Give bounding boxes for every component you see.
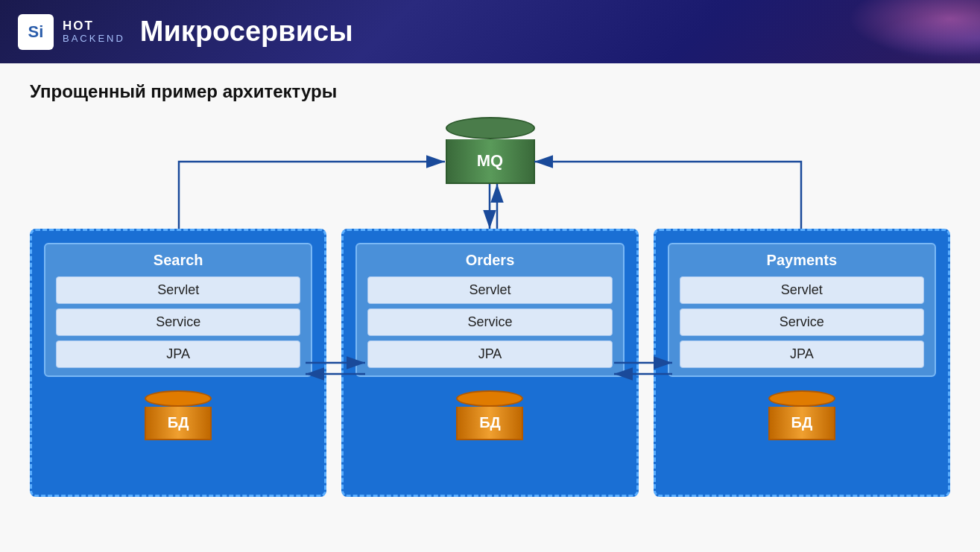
header-decoration xyxy=(831,0,980,63)
payments-db-body: БД xyxy=(768,407,835,440)
payments-db-label: БД xyxy=(791,414,813,431)
service-search-outer: Search Servlet Service JPA БД xyxy=(30,229,326,497)
search-jpa: JPA xyxy=(56,340,300,368)
service-orders-inner: Orders Servlet Service JPA xyxy=(355,243,624,377)
search-db-label: БД xyxy=(168,414,189,431)
section-title: Упрощенный пример архитектуры xyxy=(30,81,950,102)
services-row: Search Servlet Service JPA БД Orders Ser… xyxy=(30,229,950,497)
search-servlet: Servlet xyxy=(56,276,300,304)
payments-db-top xyxy=(768,390,835,407)
service-payments-inner: Payments Servlet Service JPA xyxy=(668,243,936,377)
service-orders-outer: Orders Servlet Service JPA БД xyxy=(341,229,638,497)
orders-db: БД xyxy=(456,390,523,440)
logo-box: Si xyxy=(18,14,54,50)
page-title: Микросервисы xyxy=(140,16,353,48)
service-search-name: Search xyxy=(154,252,203,269)
search-db-body: БД xyxy=(145,407,212,440)
payments-service: Service xyxy=(680,308,924,336)
logo-text: HOT BACKEND xyxy=(63,19,125,44)
mq-container: МQ xyxy=(446,117,535,184)
mq-cylinder-body: МQ xyxy=(446,139,535,184)
orders-db-body: БД xyxy=(456,407,523,440)
header: Si HOT BACKEND Микросервисы xyxy=(0,0,980,63)
payments-jpa: JPA xyxy=(680,340,924,368)
orders-jpa: JPA xyxy=(367,340,612,368)
payments-servlet: Servlet xyxy=(680,276,924,304)
logo-hot: HOT xyxy=(63,19,125,34)
orders-service: Service xyxy=(367,308,612,336)
search-service: Service xyxy=(56,308,300,336)
mq-cylinder: МQ xyxy=(446,117,535,184)
orders-db-top xyxy=(456,390,523,407)
payments-db: БД xyxy=(768,390,835,440)
mq-cylinder-top xyxy=(446,117,535,139)
search-db-top xyxy=(145,390,212,407)
mq-label: МQ xyxy=(477,151,503,171)
service-search-inner: Search Servlet Service JPA xyxy=(44,243,312,377)
service-payments-name: Payments xyxy=(767,252,838,269)
diagram: МQ Search Servlet Service JPA БД xyxy=(30,117,950,534)
orders-servlet: Servlet xyxy=(367,276,612,304)
main-content: Упрощенный пример архитектуры МQ Search … xyxy=(0,63,980,552)
search-db: БД xyxy=(145,390,212,440)
logo: Si HOT BACKEND xyxy=(18,14,125,50)
service-orders-name: Orders xyxy=(466,252,515,269)
service-payments-outer: Payments Servlet Service JPA БД xyxy=(654,229,950,497)
logo-letter: Si xyxy=(28,22,44,42)
logo-backend: BACKEND xyxy=(63,34,125,45)
orders-db-label: БД xyxy=(479,414,501,431)
